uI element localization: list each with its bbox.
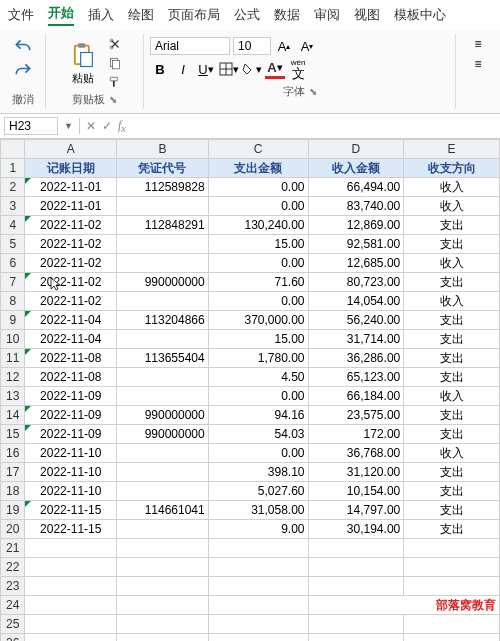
table-cell[interactable]: 收入 <box>404 292 500 311</box>
table-cell[interactable] <box>117 292 209 311</box>
table-cell[interactable]: 2022-11-02 <box>25 292 117 311</box>
formula-confirm-icon[interactable]: ✓ <box>102 119 112 133</box>
table-cell[interactable]: 30,194.00 <box>308 520 404 539</box>
copy-icon[interactable] <box>105 55 125 71</box>
table-cell[interactable]: 172.00 <box>308 425 404 444</box>
table-cell[interactable]: 31,714.00 <box>308 330 404 349</box>
table-cell[interactable]: 支出 <box>404 520 500 539</box>
table-cell[interactable] <box>117 368 209 387</box>
table-cell[interactable] <box>117 634 209 642</box>
table-cell[interactable]: 31,058.00 <box>208 501 308 520</box>
table-cell[interactable]: 支出 <box>404 235 500 254</box>
row-header[interactable]: 18 <box>1 482 25 501</box>
table-cell[interactable]: 113655404 <box>117 349 209 368</box>
row-header[interactable]: 6 <box>1 254 25 273</box>
table-cell[interactable]: 2022-11-10 <box>25 482 117 501</box>
table-cell[interactable]: 112589828 <box>117 178 209 197</box>
table-cell[interactable]: 2022-11-10 <box>25 463 117 482</box>
table-cell[interactable]: 2022-11-15 <box>25 520 117 539</box>
align-top-icon[interactable]: ≡ <box>471 36 484 52</box>
font-size-select[interactable] <box>233 37 271 55</box>
table-cell[interactable]: 0.00 <box>208 292 308 311</box>
table-cell[interactable]: 0.00 <box>208 197 308 216</box>
table-cell[interactable] <box>25 558 117 577</box>
table-cell[interactable]: 23,575.00 <box>308 406 404 425</box>
table-cell[interactable]: 支出 <box>404 368 500 387</box>
table-cell[interactable]: 0.00 <box>208 254 308 273</box>
decrease-font-icon[interactable]: A▾ <box>297 36 317 56</box>
table-cell[interactable] <box>404 577 500 596</box>
menu-item-6[interactable]: 数据 <box>274 6 300 24</box>
table-cell[interactable] <box>117 330 209 349</box>
table-cell[interactable]: 65,123.00 <box>308 368 404 387</box>
table-cell[interactable]: 36,768.00 <box>308 444 404 463</box>
table-cell[interactable] <box>208 539 308 558</box>
table-cell[interactable]: 2022-11-09 <box>25 425 117 444</box>
table-cell[interactable]: 56,240.00 <box>308 311 404 330</box>
table-cell[interactable]: 14,054.00 <box>308 292 404 311</box>
table-cell[interactable] <box>208 577 308 596</box>
table-cell[interactable]: 2022-11-10 <box>25 444 117 463</box>
paste-button[interactable]: 粘贴 <box>65 39 101 88</box>
menu-item-7[interactable]: 审阅 <box>314 6 340 24</box>
table-cell[interactable]: 112848291 <box>117 216 209 235</box>
table-cell[interactable]: 66,494.00 <box>308 178 404 197</box>
table-cell[interactable] <box>404 539 500 558</box>
row-header[interactable]: 8 <box>1 292 25 311</box>
increase-font-icon[interactable]: A▴ <box>274 36 294 56</box>
fill-color-button[interactable]: ▾ <box>242 59 262 79</box>
table-cell[interactable]: 0.00 <box>208 387 308 406</box>
table-cell[interactable]: 54.03 <box>208 425 308 444</box>
table-cell[interactable]: 收入 <box>404 254 500 273</box>
table-cell[interactable] <box>117 596 209 615</box>
table-cell[interactable]: 31,120.00 <box>308 463 404 482</box>
row-header[interactable]: 1 <box>1 159 25 178</box>
table-cell[interactable] <box>117 387 209 406</box>
row-header[interactable]: 2 <box>1 178 25 197</box>
table-cell[interactable]: 92,581.00 <box>308 235 404 254</box>
table-cell[interactable]: 支出 <box>404 349 500 368</box>
cut-icon[interactable] <box>105 36 125 52</box>
row-header[interactable]: 7 <box>1 273 25 292</box>
table-cell[interactable]: 2022-11-08 <box>25 368 117 387</box>
format-painter-icon[interactable] <box>105 74 125 90</box>
table-header-cell[interactable]: 收入金额 <box>308 159 404 178</box>
column-header-C[interactable]: C <box>208 140 308 159</box>
row-header[interactable]: 15 <box>1 425 25 444</box>
table-cell[interactable]: 5,027.60 <box>208 482 308 501</box>
select-all-corner[interactable] <box>1 140 25 159</box>
table-cell[interactable]: 2022-11-02 <box>25 254 117 273</box>
table-cell[interactable]: 支出 <box>404 330 500 349</box>
row-header[interactable]: 5 <box>1 235 25 254</box>
table-cell[interactable]: 收入 <box>404 178 500 197</box>
table-cell[interactable] <box>208 634 308 642</box>
table-cell[interactable] <box>208 596 308 615</box>
table-cell[interactable]: 94.16 <box>208 406 308 425</box>
fx-icon[interactable]: fx <box>118 118 126 134</box>
menu-item-4[interactable]: 页面布局 <box>168 6 220 24</box>
table-cell[interactable] <box>117 197 209 216</box>
table-cell[interactable]: 10,154.00 <box>308 482 404 501</box>
column-header-B[interactable]: B <box>117 140 209 159</box>
font-color-button[interactable]: A▾ <box>265 59 285 79</box>
table-cell[interactable]: 990000000 <box>117 273 209 292</box>
spreadsheet-grid[interactable]: ABCDE 1记账日期凭证代号支出金额收入金额收支方向22022-11-0111… <box>0 139 500 641</box>
table-cell[interactable]: 2022-11-02 <box>25 216 117 235</box>
row-header[interactable]: 23 <box>1 577 25 596</box>
row-header[interactable]: 9 <box>1 311 25 330</box>
row-header[interactable]: 26 <box>1 634 25 642</box>
table-header-cell[interactable]: 凭证代号 <box>117 159 209 178</box>
table-cell[interactable]: 83,740.00 <box>308 197 404 216</box>
menu-item-2[interactable]: 插入 <box>88 6 114 24</box>
row-header[interactable]: 11 <box>1 349 25 368</box>
table-cell[interactable] <box>117 444 209 463</box>
formula-cancel-icon[interactable]: ✕ <box>86 119 96 133</box>
table-cell[interactable] <box>308 539 404 558</box>
table-cell[interactable]: 支出 <box>404 482 500 501</box>
table-cell[interactable] <box>25 539 117 558</box>
table-cell[interactable]: 支出 <box>404 273 500 292</box>
table-cell[interactable]: 支出 <box>404 216 500 235</box>
row-header[interactable]: 22 <box>1 558 25 577</box>
table-cell[interactable] <box>208 558 308 577</box>
table-cell[interactable] <box>25 577 117 596</box>
